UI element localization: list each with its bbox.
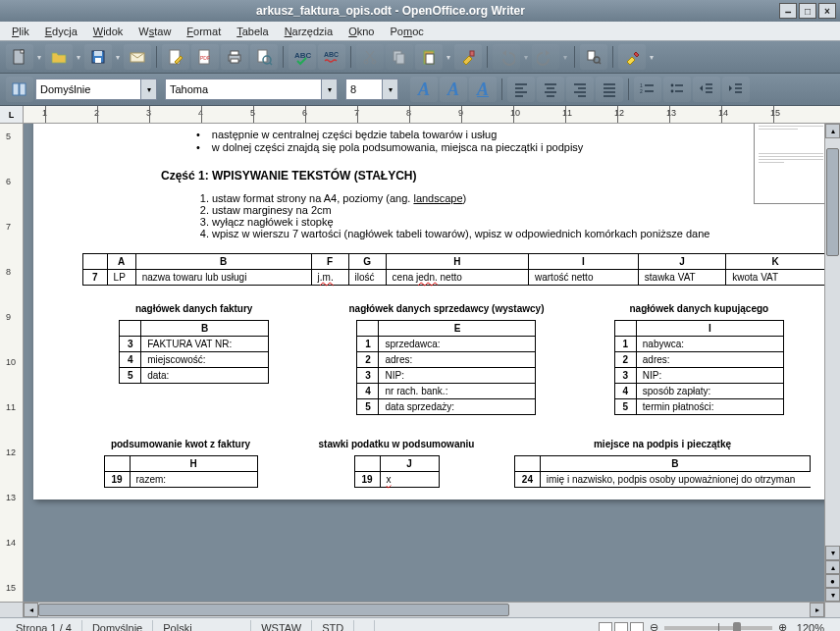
highlight-marker-button[interactable] [618, 44, 646, 70]
menu-plik[interactable]: Plik [4, 24, 37, 39]
bullet-item: następnie w centralnej części będzie tab… [196, 129, 811, 140]
align-left-button[interactable] [507, 77, 535, 102]
font-name-input[interactable] [165, 79, 322, 100]
save-button[interactable] [84, 44, 112, 70]
scrollbar-horizontal[interactable]: ◂ ▸ [24, 603, 824, 617]
prev-page-nav-button[interactable]: ▴ [825, 560, 840, 574]
table-col2: E 1sprzedawca: 2adres: 3NIP: 4nr rach. b… [356, 320, 536, 415]
menu-pomoc[interactable]: Pomoc [382, 24, 431, 39]
scroll-thumb-h[interactable] [38, 604, 509, 616]
paragraph-style-select[interactable]: ▾ [35, 79, 157, 100]
status-modified-icon [354, 620, 375, 632]
bot-title: podsumowanie kwot z faktury [82, 439, 279, 449]
redo-button[interactable] [532, 44, 559, 70]
svg-rect-26 [20, 83, 26, 95]
zoom-page-button[interactable] [580, 44, 607, 70]
spellcheck-button[interactable]: ABC [289, 44, 316, 70]
menu-okno[interactable]: Okno [341, 24, 382, 39]
maximize-button[interactable]: □ [799, 3, 816, 19]
svg-rect-21 [426, 54, 434, 64]
view-book-icon[interactable] [630, 622, 644, 632]
font-size-input[interactable] [345, 79, 383, 100]
align-justify-button[interactable] [596, 77, 623, 102]
menu-narzedzia[interactable]: Narzędzia [277, 24, 341, 39]
svg-rect-25 [13, 83, 19, 95]
new-doc-button[interactable] [6, 44, 33, 70]
svg-rect-19 [396, 54, 404, 64]
status-language[interactable]: Polski [153, 620, 251, 632]
increase-indent-button[interactable] [722, 77, 750, 102]
menu-format[interactable]: Format [179, 24, 229, 39]
next-page-nav-button[interactable]: ▾ [825, 588, 840, 602]
svg-text:ABC: ABC [294, 51, 311, 60]
edit-doc-button[interactable] [162, 44, 189, 70]
paste-button[interactable] [415, 44, 443, 70]
view-multi-icon[interactable] [614, 622, 628, 632]
copy-button[interactable] [386, 44, 413, 70]
ruler-h-scale[interactable]: 123456789101112131415 [24, 106, 840, 123]
close-button[interactable]: × [818, 3, 836, 19]
bullet-list-button[interactable] [663, 77, 691, 102]
menu-wstaw[interactable]: Wstaw [131, 24, 179, 39]
scroll-down-button[interactable]: ▾ [825, 546, 840, 560]
format-paintbrush-button[interactable] [454, 44, 482, 70]
svg-rect-3 [94, 51, 102, 56]
paragraph-style-input[interactable] [35, 79, 141, 100]
auto-spellcheck-button[interactable]: ABC [318, 44, 345, 70]
nav-object-button[interactable]: ● [825, 574, 840, 588]
menu-widok[interactable]: Widok [85, 24, 131, 39]
font-size-select[interactable]: ▾ [345, 79, 398, 100]
underline-button[interactable]: A [469, 77, 497, 102]
scrollbar-vertical[interactable]: ▴ ▾ ▴ ● ▾ [824, 124, 840, 602]
menu-tabela[interactable]: Tabela [229, 24, 276, 39]
document-page: następnie w centralnej części będzie tab… [33, 124, 824, 500]
menu-edycja[interactable]: Edycja [37, 24, 85, 39]
italic-button[interactable]: A [440, 77, 467, 102]
menubar: Plik Edycja Widok Wstaw Format Tabela Na… [0, 22, 840, 41]
styles-button[interactable] [6, 77, 33, 102]
print-button[interactable] [221, 44, 248, 70]
minimize-button[interactable]: ‒ [779, 3, 797, 19]
font-size-dropdown-icon[interactable]: ▾ [383, 79, 398, 100]
align-right-button[interactable] [566, 77, 594, 102]
align-center-button[interactable] [537, 77, 564, 102]
status-style[interactable]: Domyślnie [82, 620, 153, 632]
cut-button[interactable] [356, 44, 384, 70]
col-title: nagłówek danych sprzedawcy (wystawcy) [335, 303, 557, 314]
scroll-up-button[interactable]: ▴ [825, 124, 840, 138]
col-title: nagłówek danych kupującego [588, 303, 811, 314]
zoom-slider[interactable] [664, 626, 772, 630]
ruler-vertical[interactable]: 56789101112131415 [0, 124, 24, 602]
view-single-icon[interactable] [599, 622, 612, 632]
email-button[interactable] [124, 44, 151, 70]
status-zoom[interactable]: 120% [787, 620, 834, 632]
zoom-out-icon[interactable]: ⊖ [650, 621, 658, 631]
svg-rect-10 [231, 51, 238, 55]
step-item: ustaw format strony na A4, poziomy (ang.… [212, 192, 811, 204]
numbered-list-button[interactable]: 12 [634, 77, 661, 102]
undo-button[interactable] [493, 44, 520, 70]
print-preview-button[interactable] [250, 44, 278, 70]
svg-point-29 [671, 84, 674, 87]
status-page[interactable]: Strona 1 / 4 [6, 620, 82, 632]
font-name-select[interactable]: ▾ [165, 79, 338, 100]
open-button[interactable] [45, 44, 73, 70]
table-row7: A B F G H I J K 7 LP nazwa towaru lub us… [82, 253, 824, 286]
svg-rect-1 [21, 50, 24, 53]
decrease-indent-button[interactable] [693, 77, 720, 102]
document-viewport[interactable]: następnie w centralnej części będzie tab… [24, 124, 824, 602]
scroll-left-button[interactable]: ◂ [24, 603, 38, 617]
paragraph-style-dropdown-icon[interactable]: ▾ [141, 79, 157, 100]
zoom-knob[interactable] [733, 622, 741, 632]
font-name-dropdown-icon[interactable]: ▾ [322, 79, 338, 100]
bold-button[interactable]: A [410, 77, 438, 102]
scroll-thumb-v[interactable] [826, 148, 839, 256]
svg-rect-4 [95, 58, 101, 63]
zoom-in-icon[interactable]: ⊕ [778, 621, 787, 631]
status-insert-mode[interactable]: WSTAW [251, 620, 312, 632]
view-layout-icons[interactable] [593, 622, 650, 632]
status-selection-mode[interactable]: STD [312, 620, 354, 632]
table-col3: I 1nabywca: 2adres: 3NIP: 4sposób zapłat… [614, 320, 784, 415]
scroll-right-button[interactable]: ▸ [810, 603, 824, 617]
export-pdf-button[interactable]: PDF [191, 44, 219, 70]
